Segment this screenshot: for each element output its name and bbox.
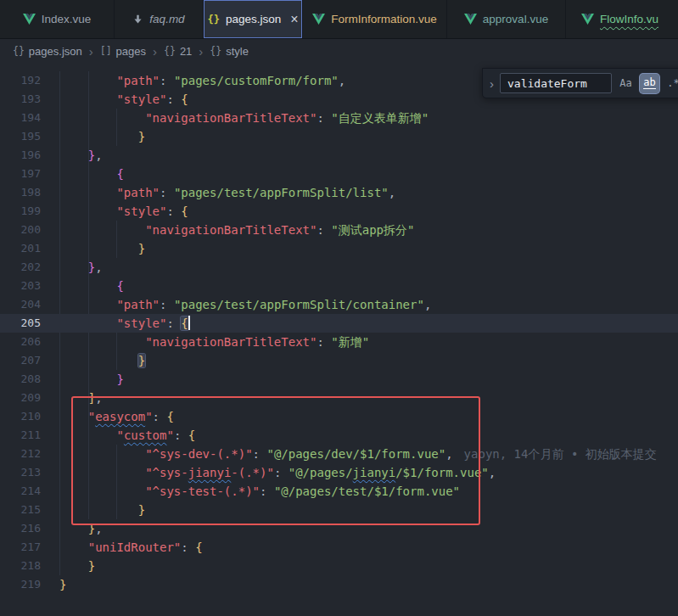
code-line[interactable]: 209 ], — [0, 389, 678, 407]
match-case-button[interactable]: Aa — [616, 74, 636, 93]
code-token: "@/pages/ — [289, 466, 353, 479]
code-token: } — [88, 559, 95, 573]
code-token: " — [88, 410, 95, 423]
vue-icon — [581, 14, 594, 25]
line-number: 214 — [0, 482, 59, 501]
code-line[interactable]: 203 { — [0, 277, 678, 295]
code-line[interactable]: 205 "style": { — [0, 314, 678, 333]
code-line[interactable]: 206 "navigationBarTitleText": "新增" — [0, 333, 678, 351]
code-token: { — [181, 92, 188, 106]
code-area[interactable]: 192 "path": "pages/customForm/form",193 … — [0, 63, 678, 616]
code-text: "^sys-jianyi-(.*)": "@/pages/jianyi/$1/f… — [59, 463, 496, 482]
code-token: "style" — [116, 92, 166, 106]
code-line[interactable]: 201 } — [0, 239, 678, 258]
find-input[interactable] — [500, 73, 612, 93]
code-line[interactable]: 218 } — [0, 557, 678, 575]
code-token: , — [95, 391, 102, 405]
line-number: 205 — [0, 314, 59, 333]
line-number: 213 — [0, 463, 59, 482]
expand-replace-chevron[interactable]: › — [488, 76, 496, 91]
code-text: } — [59, 127, 145, 146]
code-line[interactable]: 216 }, — [0, 519, 678, 538]
code-line[interactable]: 204 "path": "pages/test/appFormSplit/con… — [0, 295, 678, 314]
line-number: 197 — [0, 165, 59, 183]
code-line[interactable]: 202 }, — [0, 258, 678, 277]
tab-approval-vue[interactable]: approval.vue — [447, 0, 566, 38]
code-token: : — [166, 204, 181, 218]
tab-index-vue[interactable]: Index.vue — [0, 0, 115, 38]
tab-forminformation-vue[interactable]: FormInformation.vue — [303, 0, 447, 38]
code-token: : — [153, 410, 167, 423]
tab-faq-md[interactable]: faq.md — [115, 0, 204, 38]
code-line[interactable]: 208 } — [0, 370, 678, 389]
breadcrumb-item-pages.json[interactable]: {}pages.json — [13, 45, 82, 58]
code-line[interactable]: 199 "style": { — [0, 202, 678, 221]
code-token: } — [116, 372, 123, 386]
whole-word-button[interactable]: ab — [640, 74, 659, 93]
code-token: "style" — [116, 316, 166, 330]
code-line[interactable]: 211 "custom": { — [0, 426, 678, 445]
code-line[interactable]: 210 "easycom": { — [0, 407, 678, 426]
code-token: , — [95, 260, 102, 274]
code-text: } — [59, 370, 124, 389]
code-line[interactable]: 195 } — [0, 127, 678, 146]
code-line[interactable]: 212 "^sys-dev-(.*)": "@/pages/dev/$1/for… — [0, 445, 678, 463]
code-token: "@/pages/test/$1/form.vue" — [274, 484, 460, 498]
code-text: ], — [59, 389, 103, 407]
line-number: 192 — [0, 71, 59, 90]
code-line[interactable]: 198 "path": "pages/test/appFormSplit/lis… — [0, 183, 678, 202]
breadcrumb-item-style[interactable]: {}style — [210, 45, 249, 58]
code-line[interactable]: 197 { — [0, 165, 678, 183]
code-token: } — [138, 130, 145, 143]
code-token: , — [339, 74, 345, 87]
code-token: "@/pages/dev/$1/form.vue" — [266, 447, 445, 461]
tab-pages-json[interactable]: {}pages.json× — [204, 0, 303, 38]
line-number: 196 — [0, 146, 59, 165]
tab-label: pages.json — [226, 13, 281, 25]
vue-icon — [464, 14, 477, 25]
code-text: "navigationBarTitleText": "测试app拆分" — [59, 221, 414, 239]
code-text: "style": { — [59, 202, 188, 221]
code-line[interactable]: 217 "uniIdRouter": { — [0, 538, 678, 557]
code-text: "path": "pages/test/appFormSplit/contain… — [59, 295, 431, 314]
code-line[interactable]: 207 } — [0, 351, 678, 370]
breadcrumb-item-21[interactable]: {}21 — [164, 45, 192, 58]
code-line[interactable]: 194 "navigationBarTitleText": "自定义表单新增" — [0, 109, 678, 127]
regex-button[interactable]: .* — [664, 74, 678, 93]
code-line[interactable]: 219} — [0, 575, 678, 594]
code-token: jianyi — [188, 466, 232, 479]
code-token: : — [174, 428, 188, 442]
code-token: "navigationBarTitleText" — [145, 335, 317, 349]
json-icon: {} — [207, 14, 219, 25]
line-number: 210 — [0, 407, 59, 426]
code-line[interactable]: 196 }, — [0, 146, 678, 165]
line-number: 204 — [0, 295, 59, 314]
code-text: }, — [59, 146, 103, 165]
code-line[interactable]: 213 "^sys-jianyi-(.*)": "@/pages/jianyi/… — [0, 463, 678, 482]
text-cursor — [188, 316, 190, 330]
code-token: { — [195, 540, 202, 554]
code-line[interactable]: 214 "^sys-test-(.*)": "@/pages/test/$1/f… — [0, 482, 678, 501]
code-token: " — [145, 410, 152, 423]
code-token: , — [95, 522, 102, 535]
code-line[interactable]: 215 } — [0, 501, 678, 519]
line-number: 209 — [0, 389, 59, 407]
code-line[interactable]: 200 "navigationBarTitleText": "测试app拆分" — [0, 221, 678, 239]
tab-flowinfo-vue[interactable]: FlowInfo.vu — [566, 0, 678, 38]
code-text: }, — [59, 519, 103, 538]
symbol-icon: {} — [164, 45, 176, 57]
breadcrumb-item-pages[interactable]: []pages — [100, 45, 146, 58]
code-token: /$1/form.vue" — [395, 466, 489, 479]
code-token: -(.*)" — [231, 466, 274, 479]
code-text: "style": { — [59, 314, 190, 333]
close-icon[interactable]: × — [290, 13, 298, 26]
code-token: ] — [88, 391, 95, 405]
breadcrumb-separator: › — [153, 44, 157, 59]
tab-label: Index.vue — [42, 13, 92, 25]
line-number: 200 — [0, 221, 59, 239]
code-token: } — [138, 354, 145, 367]
code-token: "navigationBarTitleText" — [145, 223, 317, 237]
code-token: } — [88, 148, 95, 162]
code-token: { — [116, 279, 123, 293]
code-token: "uniIdRouter" — [88, 540, 182, 554]
